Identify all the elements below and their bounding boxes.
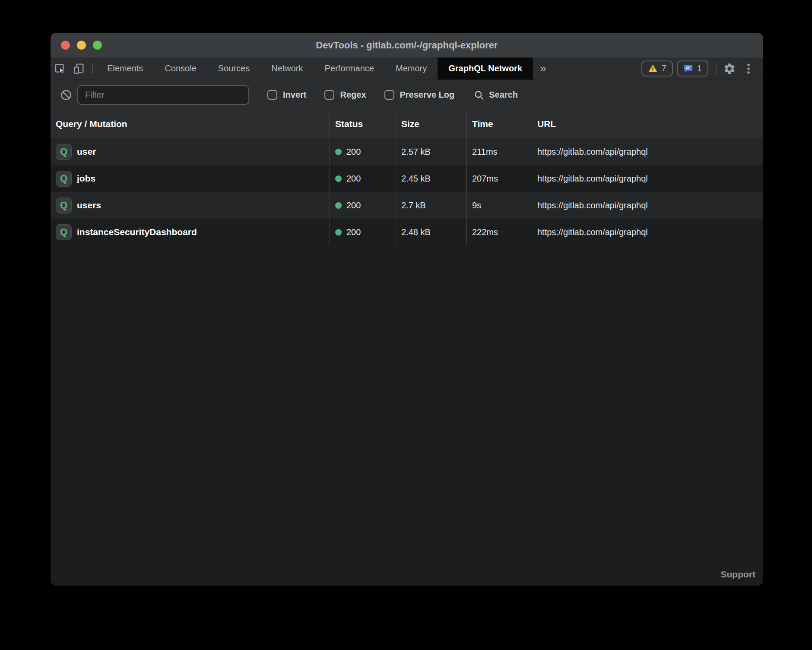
filter-checkbox[interactable]: Preserve Log bbox=[384, 90, 455, 100]
inspect-cursor-icon bbox=[54, 62, 67, 75]
clear-button[interactable] bbox=[57, 89, 76, 102]
response-size: 2.48 kB bbox=[396, 219, 466, 245]
query-name: jobs bbox=[77, 173, 95, 184]
search-icon bbox=[473, 89, 485, 101]
tab-label: Memory bbox=[396, 64, 427, 73]
badge-divider bbox=[716, 63, 717, 74]
status-ok-dot-icon bbox=[335, 175, 342, 182]
warning-count: 7 bbox=[662, 64, 666, 73]
status-ok-dot-icon bbox=[335, 229, 342, 236]
warnings-badge[interactable]: 7 bbox=[641, 61, 673, 76]
checkbox-label: Preserve Log bbox=[400, 90, 455, 100]
warning-triangle-icon bbox=[648, 64, 658, 73]
request-url: https://gitlab.com/api/graphql bbox=[532, 138, 763, 165]
kebab-menu-icon bbox=[742, 62, 755, 75]
table-header: Query / Mutation Status Size Time URL bbox=[51, 110, 763, 138]
filter-checkbox[interactable]: Regex bbox=[324, 90, 366, 100]
tab-label: Sources bbox=[218, 64, 250, 73]
block-icon bbox=[60, 89, 73, 102]
search-label: Search bbox=[489, 90, 518, 100]
minimize-button[interactable] bbox=[77, 41, 86, 50]
status-code: 200 bbox=[346, 201, 361, 210]
devtools-tab[interactable]: Elements bbox=[96, 57, 154, 80]
status-ok-dot-icon bbox=[335, 149, 342, 155]
response-time: 211ms bbox=[466, 138, 532, 165]
query-name: user bbox=[77, 147, 96, 157]
tab-label: Console bbox=[165, 64, 196, 73]
response-time: 9s bbox=[466, 192, 532, 219]
request-url: https://gitlab.com/api/graphql bbox=[532, 165, 763, 192]
checkbox-icon[interactable] bbox=[324, 90, 334, 100]
tab-label: Elements bbox=[107, 64, 143, 73]
query-type-badge: Q bbox=[56, 171, 72, 187]
devtools-tab[interactable]: Network bbox=[260, 57, 314, 80]
response-size: 2.7 kB bbox=[396, 192, 466, 219]
devtools-tab[interactable]: GraphQL Network bbox=[438, 57, 533, 80]
titlebar: DevTools - gitlab.com/-/graphql-explorer bbox=[51, 33, 763, 57]
issues-count: 1 bbox=[697, 64, 702, 73]
checkbox-label: Regex bbox=[340, 90, 366, 100]
request-table-body: Q user 200 2.57 kB 211ms https://gitlab.… bbox=[51, 138, 763, 586]
status-code: 200 bbox=[346, 174, 361, 184]
column-header-url[interactable]: URL bbox=[532, 110, 763, 138]
tab-label: Performance bbox=[325, 64, 374, 73]
column-header-query[interactable]: Query / Mutation bbox=[51, 110, 330, 138]
response-time: 207ms bbox=[466, 165, 532, 192]
devtools-tab[interactable]: Sources bbox=[207, 57, 260, 80]
query-name: users bbox=[77, 200, 101, 210]
response-size: 2.57 kB bbox=[396, 138, 466, 165]
support-link[interactable]: Support bbox=[721, 569, 755, 580]
maximize-button[interactable] bbox=[93, 41, 102, 50]
traffic-lights bbox=[61, 41, 102, 50]
status-ok-dot-icon bbox=[335, 202, 342, 209]
column-header-time[interactable]: Time bbox=[466, 110, 532, 138]
table-row[interactable]: Q instanceSecurityDashboard 200 2.48 kB … bbox=[51, 219, 763, 245]
request-url: https://gitlab.com/api/graphql bbox=[532, 192, 763, 219]
filter-toolbar: Invert Regex Preserve Log Search bbox=[51, 80, 763, 110]
device-toolbar-icon bbox=[73, 62, 86, 75]
inspect-element-button[interactable] bbox=[51, 57, 70, 80]
panel-tabs: Elements Console Sources Network Perform… bbox=[96, 57, 533, 80]
gear-icon bbox=[723, 62, 736, 75]
devtools-tab[interactable]: Console bbox=[154, 57, 207, 80]
kebab-menu-button[interactable] bbox=[739, 57, 758, 80]
table-row[interactable]: Q users 200 2.7 kB 9s https://gitlab.com… bbox=[51, 192, 763, 219]
devtools-tab[interactable]: Memory bbox=[385, 57, 438, 80]
more-tabs-button[interactable]: » bbox=[533, 57, 553, 80]
issues-badge[interactable]: 1 bbox=[677, 61, 708, 76]
checkbox-icon[interactable] bbox=[267, 90, 277, 100]
filter-checkbox[interactable]: Invert bbox=[267, 90, 306, 100]
status-code: 200 bbox=[346, 227, 361, 237]
devtools-tab[interactable]: Performance bbox=[314, 57, 385, 80]
tabbar-spacer bbox=[553, 57, 641, 80]
table-row[interactable]: Q user 200 2.57 kB 211ms https://gitlab.… bbox=[51, 138, 763, 165]
request-url: https://gitlab.com/api/graphql bbox=[532, 219, 763, 245]
query-type-badge: Q bbox=[56, 144, 72, 160]
filter-input[interactable] bbox=[77, 85, 249, 105]
device-toolbar-button[interactable] bbox=[70, 57, 89, 80]
response-size: 2.45 kB bbox=[396, 165, 466, 192]
search-button[interactable]: Search bbox=[473, 89, 518, 101]
column-header-status[interactable]: Status bbox=[330, 110, 396, 138]
devtools-tabbar: Elements Console Sources Network Perform… bbox=[51, 57, 763, 80]
checkbox-icon[interactable] bbox=[384, 90, 394, 100]
query-type-badge: Q bbox=[56, 224, 72, 240]
tab-label: Network bbox=[271, 64, 303, 73]
devtools-window: DevTools - gitlab.com/-/graphql-explorer… bbox=[51, 33, 763, 586]
query-type-badge: Q bbox=[56, 198, 72, 213]
tab-label: GraphQL Network bbox=[448, 64, 522, 73]
settings-gear-button[interactable] bbox=[720, 57, 739, 80]
window-title: DevTools - gitlab.com/-/graphql-explorer bbox=[51, 40, 763, 51]
message-bubble-icon bbox=[683, 64, 693, 73]
column-header-size[interactable]: Size bbox=[396, 110, 466, 138]
close-button[interactable] bbox=[61, 41, 70, 50]
status-code: 200 bbox=[346, 147, 361, 157]
checkbox-label: Invert bbox=[283, 90, 306, 100]
response-time: 222ms bbox=[466, 219, 532, 245]
toolbar-divider bbox=[92, 63, 93, 74]
table-row[interactable]: Q jobs 200 2.45 kB 207ms https://gitlab.… bbox=[51, 165, 763, 192]
query-name: instanceSecurityDashboard bbox=[77, 227, 197, 237]
